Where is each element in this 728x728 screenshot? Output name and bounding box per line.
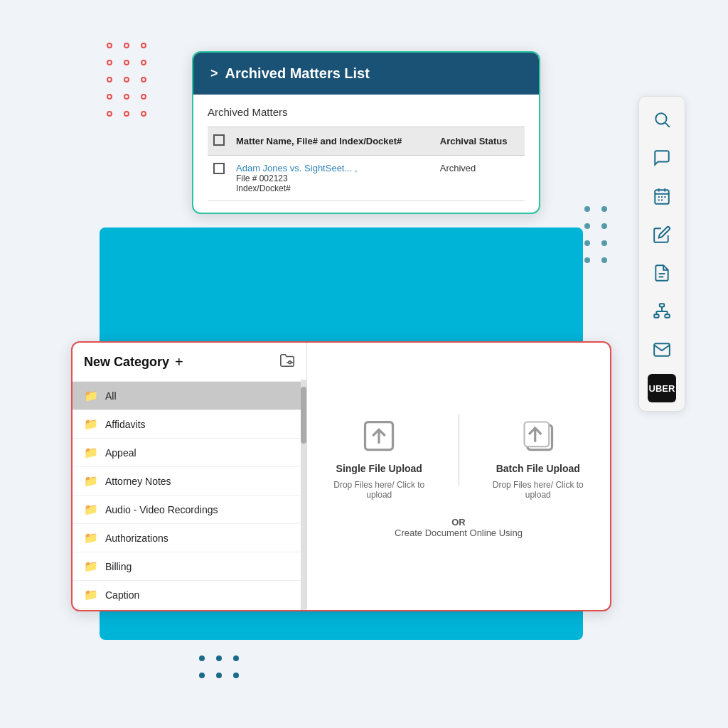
- single-upload-icon: [358, 414, 400, 457]
- batch-upload-sub: Drop Files here/ Click to upload: [481, 480, 596, 500]
- archived-card-title: Archived Matters List: [225, 65, 370, 82]
- single-file-upload[interactable]: Single File Upload Drop Files here/ Clic…: [321, 414, 437, 500]
- category-item-attorney-notes[interactable]: 📁 Attorney Notes: [73, 467, 306, 496]
- decorative-dot-grid-blue: [199, 655, 246, 685]
- matter-link[interactable]: Adam Jones vs. SightSeet... ,: [236, 163, 429, 173]
- right-sidebar: UBER: [638, 96, 685, 412]
- archived-matters-card: > Archived Matters List Archived Matters…: [192, 51, 540, 214]
- row-matter-name: Adam Jones vs. SightSeet... , File # 002…: [230, 156, 434, 201]
- archived-table: Matter Name, File# and Index/Docket# Arc…: [208, 127, 525, 201]
- row-archival-status: Archived: [434, 156, 525, 201]
- add-category-button[interactable]: +: [175, 354, 183, 370]
- folder-icon: 📁: [84, 531, 98, 545]
- archived-section-title: Archived Matters: [208, 106, 525, 118]
- document-icon[interactable]: [648, 259, 676, 287]
- svg-point-0: [655, 113, 666, 124]
- category-list: 📁 All 📁 Affidavits 📁 Appeal 📁 Attorney N…: [73, 382, 306, 610]
- category-label-audio-video: Audio - Video Recordings: [105, 504, 218, 515]
- batch-file-upload[interactable]: Batch File Upload Drop Files here/ Click…: [481, 414, 596, 500]
- uber-icon[interactable]: UBER: [648, 374, 676, 402]
- header-checkbox[interactable]: [213, 134, 225, 146]
- upload-section: Single File Upload Drop Files here/ Clic…: [321, 414, 596, 500]
- row-checkbox[interactable]: [213, 163, 225, 174]
- scrollbar-thumb[interactable]: [301, 387, 306, 444]
- table-row: Adam Jones vs. SightSeet... , File # 002…: [208, 156, 525, 201]
- category-item-affidavits[interactable]: 📁 Affidavits: [73, 410, 306, 439]
- category-label-caption: Caption: [105, 589, 139, 601]
- folder-icon: 📁: [84, 474, 98, 488]
- calendar-icon[interactable]: [648, 182, 676, 210]
- upload-divider: [459, 414, 459, 486]
- table-header-row: Matter Name, File# and Index/Docket# Arc…: [208, 127, 525, 156]
- matter-docket: Index/Docket#: [236, 183, 429, 193]
- or-text: OR: [395, 517, 523, 528]
- search-icon[interactable]: [648, 105, 676, 134]
- folder-icon: 📁: [84, 389, 98, 402]
- or-section: OR Create Document Online Using: [395, 517, 523, 538]
- category-item-authorizations[interactable]: 📁 Authorizations: [73, 524, 306, 552]
- svg-point-20: [289, 361, 291, 364]
- uber-label: UBER: [649, 383, 675, 394]
- folder-icon: 📁: [84, 560, 98, 573]
- svg-rect-13: [660, 304, 665, 306]
- folder-icon: 📁: [84, 446, 98, 459]
- edit-icon[interactable]: [648, 220, 676, 249]
- svg-line-1: [665, 123, 670, 127]
- svg-rect-26: [524, 422, 549, 447]
- decorative-dot-grid-right: [584, 206, 614, 270]
- batch-upload-label: Batch File Upload: [496, 463, 580, 474]
- category-item-appeal[interactable]: 📁 Appeal: [73, 439, 306, 467]
- single-upload-label: Single File Upload: [336, 463, 422, 474]
- svg-rect-15: [665, 314, 670, 317]
- col-archival-status: Archival Status: [434, 127, 525, 156]
- row-checkbox-cell: [208, 156, 230, 201]
- folder-icon: 📁: [84, 588, 98, 601]
- hierarchy-icon[interactable]: [648, 297, 676, 326]
- chevron-icon: >: [210, 66, 218, 81]
- category-label-affidavits: Affidavits: [105, 419, 146, 430]
- category-item-all[interactable]: 📁 All: [73, 382, 306, 410]
- archived-card-header[interactable]: > Archived Matters List: [193, 53, 539, 95]
- category-label-attorney-notes: Attorney Notes: [105, 476, 171, 487]
- scrollbar-track[interactable]: [301, 380, 306, 610]
- category-label-authorizations: Authorizations: [105, 532, 168, 544]
- chat-icon[interactable]: [648, 144, 676, 172]
- archived-card-body: Archived Matters Matter Name, File# and …: [193, 95, 539, 213]
- email-icon[interactable]: [648, 336, 676, 364]
- svg-rect-14: [654, 314, 659, 317]
- category-title: New Category: [84, 355, 169, 370]
- table-header-checkbox: [208, 127, 230, 156]
- single-upload-sub: Drop Files here/ Click to upload: [321, 480, 437, 500]
- batch-upload-icon: [517, 414, 560, 457]
- category-label-billing: Billing: [105, 561, 132, 572]
- col-matter-name: Matter Name, File# and Index/Docket#: [230, 127, 434, 156]
- category-item-audio-video[interactable]: 📁 Audio - Video Recordings: [73, 496, 306, 524]
- folder-icon: 📁: [84, 503, 98, 516]
- category-item-billing[interactable]: 📁 Billing: [73, 552, 306, 581]
- decorative-dot-grid-red: [107, 43, 154, 124]
- category-right-panel: Single File Upload Drop Files here/ Clic…: [307, 343, 610, 610]
- category-card: New Category + 📁 All 📁 Affidavits: [71, 341, 611, 611]
- category-item-caption[interactable]: 📁 Caption: [73, 581, 306, 609]
- folder-config-icon[interactable]: [279, 353, 295, 371]
- category-left-panel: New Category + 📁 All 📁 Affidavits: [73, 343, 307, 610]
- folder-icon: 📁: [84, 417, 98, 431]
- create-online-text: Create Document Online Using: [395, 528, 523, 538]
- matter-file: File # 002123: [236, 173, 429, 183]
- category-label-appeal: Appeal: [105, 447, 136, 459]
- category-label-all: All: [105, 390, 117, 402]
- category-header: New Category +: [73, 343, 306, 382]
